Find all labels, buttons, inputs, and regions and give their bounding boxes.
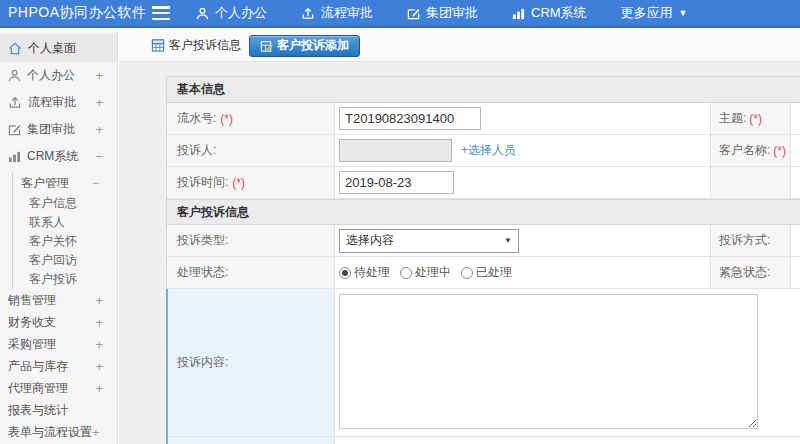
expand-icon[interactable]: + (95, 337, 103, 352)
select-person-link[interactable]: +选择人员 (461, 142, 516, 159)
share-up-icon (301, 7, 315, 20)
complaint-content-textarea[interactable] (339, 294, 758, 429)
sidebar-item-crm-system[interactable]: CRM系统 − (0, 143, 117, 170)
required-mark: (*) (773, 144, 786, 158)
radio-option-done[interactable]: 已处理 (461, 264, 512, 281)
menu-toggle-icon[interactable] (152, 6, 170, 20)
caret-down-icon: ▼ (679, 9, 688, 18)
sidebar-item-product-inventory[interactable]: 产品与库存 + (0, 355, 117, 377)
radio-label: 待处理 (354, 264, 390, 281)
expand-icon[interactable]: − (95, 149, 103, 164)
sidebar-item-label: 产品与库存 (8, 358, 68, 375)
form-row-next-cutoff (167, 437, 800, 444)
sidebar-item-label: 集团审批 (27, 121, 95, 138)
complaint-time-input[interactable] (339, 171, 454, 194)
expand-icon[interactable]: + (95, 315, 103, 330)
nav-label: 更多应用 (621, 4, 673, 22)
complaint-type-select[interactable]: 选择内容 ▼ (339, 229, 519, 253)
sidebar-item-reports-statistics[interactable]: 报表与统计 (0, 399, 117, 421)
sidebar-item-label: 个人桌面 (28, 40, 103, 57)
sidebar-item-customer-management[interactable]: 客户管理 − (13, 172, 117, 194)
expand-icon[interactable]: + (95, 95, 103, 110)
radio-label: 已处理 (476, 264, 512, 281)
nav-crm-system[interactable]: CRM系统 (512, 4, 587, 22)
required-mark: (*) (232, 176, 245, 190)
sidebar-item-contacts[interactable]: 联系人 (13, 213, 117, 232)
bar-chart-icon (512, 7, 525, 20)
radio-unchecked-icon[interactable] (400, 267, 412, 279)
tab-complaint-list[interactable]: 客户投诉信息 (151, 37, 241, 54)
edit-icon (8, 123, 21, 136)
radio-checked-icon[interactable] (339, 267, 351, 279)
expand-icon[interactable]: + (95, 68, 103, 83)
urgency-label: 紧急状态: (719, 264, 770, 281)
user-icon (8, 69, 21, 82)
sidebar-item-purchase[interactable]: 采购管理 + (0, 333, 117, 355)
sidebar-item-label: 客户管理 (21, 175, 92, 192)
complainant-input[interactable] (339, 139, 452, 162)
expand-icon[interactable]: + (95, 381, 103, 396)
nav-label: 个人办公 (215, 4, 267, 22)
radio-unchecked-icon[interactable] (461, 267, 473, 279)
sidebar-item-desktop[interactable]: 个人桌面 (0, 34, 117, 62)
nav-more-apps[interactable]: 更多应用 ▼ (621, 4, 688, 22)
tab-label: 客户投诉添加 (277, 37, 349, 54)
subject-label: 主题: (719, 110, 746, 127)
top-navbar: PHPOA协同办公软件 个人办公 流程审批 集团审批 CRM系统 更多应用 ▼ (0, 0, 800, 28)
form-row-complainant: 投诉人: +选择人员 客户名称: (*) (167, 135, 800, 167)
expand-icon[interactable]: + (95, 293, 103, 308)
app-logo: PHPOA协同办公软件 (0, 4, 152, 22)
share-up-icon (8, 96, 22, 109)
sidebar-item-finance[interactable]: 财务收支 + (0, 311, 117, 333)
expand-icon[interactable]: + (95, 359, 103, 374)
sidebar-item-label: 个人办公 (27, 67, 95, 84)
sidebar-item-agent-management[interactable]: 代理商管理 + (0, 377, 117, 399)
top-navigation: 个人办公 流程审批 集团审批 CRM系统 更多应用 ▼ (196, 4, 688, 22)
row-focus-indicator (166, 289, 168, 444)
radio-option-pending[interactable]: 待处理 (339, 264, 390, 281)
handle-status-label: 处理状态: (177, 264, 228, 281)
tab-complaint-add[interactable]: 客户投诉添加 (249, 35, 360, 57)
form-area: 基本信息 流水号: (*) 主题: (*) 投诉人: (119, 62, 800, 444)
sidebar-item-label: 代理商管理 (8, 380, 68, 397)
sidebar-item-label: 表单与流程设置 (8, 424, 92, 441)
complaint-content-label: 投诉内容: (177, 354, 228, 371)
complaint-type-label: 投诉类型: (177, 232, 228, 249)
nav-group-approval[interactable]: 集团审批 (407, 4, 478, 22)
sidebar-item-customer-care[interactable]: 客户关怀 (13, 232, 117, 251)
sidebar-item-form-workflow-settings[interactable]: 表单与流程设置 + (0, 421, 117, 443)
nav-label: CRM系统 (531, 4, 587, 22)
customer-name-label: 客户名称: (719, 142, 770, 159)
required-mark: (*) (220, 112, 233, 126)
expand-icon[interactable]: − (92, 176, 99, 190)
home-icon (8, 42, 22, 55)
serial-label: 流水号: (177, 110, 216, 127)
form-row-complaint-type: 投诉类型: 选择内容 ▼ 投诉方式: (167, 225, 800, 257)
nav-workflow-approval[interactable]: 流程审批 (301, 4, 373, 22)
form-row-serial: 流水号: (*) 主题: (*) (167, 103, 800, 135)
sidebar-item-customer-info[interactable]: 客户信息 (13, 194, 117, 213)
nav-label: 流程审批 (321, 4, 373, 22)
sidebar-item-label: 销售管理 (8, 292, 56, 309)
section-header-basic: 基本信息 (167, 77, 800, 103)
form-add-icon (260, 40, 273, 52)
serial-input[interactable] (339, 107, 481, 130)
expand-icon[interactable]: + (92, 425, 100, 440)
form-row-handle-status: 处理状态: 待处理 处理中 已处理 (167, 257, 800, 289)
sidebar-item-personal-office[interactable]: 个人办公 + (0, 62, 117, 89)
tab-bar: 客户投诉信息 客户投诉添加 (119, 30, 800, 62)
crm-submenu: 客户管理 − 客户信息 联系人 客户关怀 客户回访 客户投诉 (12, 172, 117, 289)
expand-icon[interactable]: + (95, 122, 103, 137)
user-icon (196, 7, 209, 20)
nav-personal-office[interactable]: 个人办公 (196, 4, 267, 22)
sidebar-item-customer-complaint[interactable]: 客户投诉 (13, 270, 117, 289)
select-value: 选择内容 (346, 232, 504, 249)
handle-status-radio-group: 待处理 处理中 已处理 (339, 264, 512, 281)
sidebar-item-workflow-approval[interactable]: 流程审批 + (0, 89, 117, 116)
sidebar-item-customer-revisit[interactable]: 客户回访 (13, 251, 117, 270)
sidebar-item-group-approval[interactable]: 集团审批 + (0, 116, 117, 143)
radio-option-processing[interactable]: 处理中 (400, 264, 451, 281)
sidebar-item-sales-management[interactable]: 销售管理 + (0, 289, 117, 311)
complainant-label: 投诉人: (177, 142, 216, 159)
complaint-form: 基本信息 流水号: (*) 主题: (*) 投诉人: (166, 76, 800, 444)
